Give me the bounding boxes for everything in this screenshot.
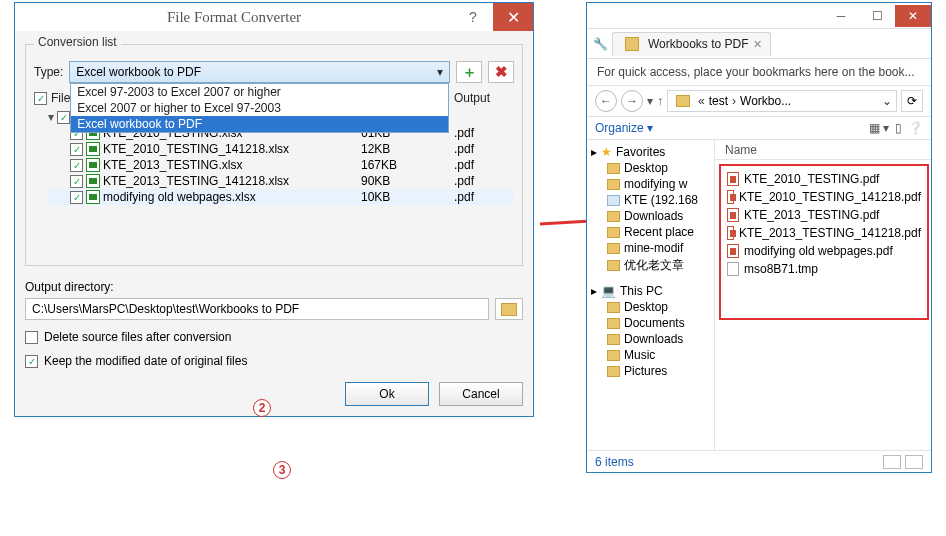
view-icon[interactable]: ▦ ▾ xyxy=(869,121,889,135)
nav-item[interactable]: Desktop xyxy=(589,160,712,176)
file-size: 167KB xyxy=(361,158,451,172)
keep-date-checkbox[interactable] xyxy=(25,355,38,368)
help-icon[interactable]: ❔ xyxy=(908,121,923,135)
organize-menu[interactable]: Organize ▾ xyxy=(595,121,653,135)
folder-icon xyxy=(607,211,620,222)
dropdown-option[interactable]: Excel 97-2003 to Excel 2007 or higher xyxy=(71,84,448,100)
nav-item[interactable]: Downloads xyxy=(589,208,712,224)
file-item[interactable]: KTE_2013_TESTING.pdf xyxy=(727,206,921,224)
nav-item[interactable]: mine-modif xyxy=(589,240,712,256)
path-seg[interactable]: test xyxy=(709,94,728,108)
remove-button[interactable]: ✖ xyxy=(488,61,514,83)
type-combo[interactable]: Excel workbook to PDF ▾ Excel 97-2003 to… xyxy=(69,61,450,83)
details-view-icon[interactable] xyxy=(883,455,901,469)
wrench-icon[interactable]: 🔧 xyxy=(593,37,608,51)
add-button[interactable]: ＋ xyxy=(456,61,482,83)
tree-file-row[interactable]: KTE_2013_TESTING.xlsx 167KB .pdf xyxy=(48,157,514,173)
file-item[interactable]: mso8B71.tmp xyxy=(727,260,921,278)
refresh-button[interactable]: ⟳ xyxy=(901,90,923,112)
excel-icon xyxy=(86,142,100,156)
help-button[interactable]: ? xyxy=(453,3,493,31)
chevron-down-icon[interactable]: ⌄ xyxy=(882,94,892,108)
folder-icon xyxy=(607,366,620,377)
maximize-button[interactable]: ☐ xyxy=(859,5,895,27)
dropdown-option[interactable]: Excel 2007 or higher to Excel 97-2003 xyxy=(71,100,448,116)
back-button[interactable]: ← xyxy=(595,90,617,112)
cancel-button[interactable]: Cancel xyxy=(439,382,523,406)
file-size: 12KB xyxy=(361,142,451,156)
folder-icon xyxy=(607,179,620,190)
file-icon xyxy=(727,262,739,276)
address-bar[interactable]: « test › Workbo... ⌄ xyxy=(667,90,897,112)
nav-item[interactable]: Documents xyxy=(589,315,712,331)
folder-icon xyxy=(607,318,620,329)
nav-item[interactable]: Desktop xyxy=(589,299,712,315)
callout-3: 3 xyxy=(273,461,291,479)
delete-source-label: Delete source files after conversion xyxy=(44,330,231,344)
browse-button[interactable] xyxy=(495,298,523,320)
tree-file-row[interactable]: KTE_2013_TESTING_141218.xlsx 90KB .pdf xyxy=(48,173,514,189)
nav-pane: ▸★Favorites Desktop modifying w KTE (192… xyxy=(587,140,715,450)
nav-item[interactable]: Downloads xyxy=(589,331,712,347)
ok-button[interactable]: Ok xyxy=(345,382,429,406)
tab-title: Workbooks to PDF xyxy=(648,37,748,51)
file-item[interactable]: KTE_2010_TESTING.pdf xyxy=(727,170,921,188)
file-size: 10KB xyxy=(361,190,451,204)
star-icon: ★ xyxy=(601,145,612,159)
up-button[interactable]: ↑ xyxy=(657,94,663,108)
output-dir-input[interactable]: C:\Users\MarsPC\Desktop\test\Workbooks t… xyxy=(25,298,489,320)
this-pc-header[interactable]: ▸💻This PC xyxy=(589,283,712,299)
tab[interactable]: Workbooks to PDF ✕ xyxy=(612,32,771,56)
output-dir-label: Output directory: xyxy=(25,280,523,294)
file-item[interactable]: modifying old webpages.pdf xyxy=(727,242,921,260)
tree-file-row[interactable]: modifying old webpages.xlsx 10KB .pdf xyxy=(48,189,514,205)
dropdown-option-selected[interactable]: Excel workbook to PDF xyxy=(71,116,448,132)
tab-close-icon[interactable]: ✕ xyxy=(753,38,762,51)
path-seg[interactable]: Workbo... xyxy=(740,94,791,108)
folder-icon xyxy=(625,37,639,51)
file-name: KTE_2010_TESTING_141218.xlsx xyxy=(103,142,358,156)
delete-source-checkbox[interactable] xyxy=(25,331,38,344)
status-bar: 6 items xyxy=(587,450,931,472)
conversion-list-legend: Conversion list xyxy=(34,35,121,49)
file-checkbox[interactable] xyxy=(70,143,83,156)
folder-icon xyxy=(607,302,620,313)
file-pane: Name KTE_2010_TESTING.pdf KTE_2010_TESTI… xyxy=(715,140,931,450)
file-ext: .pdf xyxy=(454,142,514,156)
nav-item[interactable]: modifying w xyxy=(589,176,712,192)
file-checkbox[interactable] xyxy=(70,191,83,204)
tree-file-row[interactable]: KTE_2010_TESTING_141218.xlsx 12KB .pdf xyxy=(48,141,514,157)
close-button[interactable]: ✕ xyxy=(493,3,533,31)
tab-bar: 🔧 Workbooks to PDF ✕ xyxy=(587,29,931,59)
up-icon[interactable]: ▾ xyxy=(647,94,653,108)
item-count: 6 items xyxy=(595,455,634,469)
file-item[interactable]: KTE_2010_TESTING_141218.pdf xyxy=(727,188,921,206)
folder-icon xyxy=(607,260,620,271)
folder-icon xyxy=(607,243,620,254)
icons-view-icon[interactable] xyxy=(905,455,923,469)
file-checkbox[interactable] xyxy=(70,175,83,188)
nav-item[interactable]: Recent place xyxy=(589,224,712,240)
type-combo-value: Excel workbook to PDF xyxy=(76,65,201,79)
nav-toolbar: ← → ▾ ↑ « test › Workbo... ⌄ ⟳ xyxy=(587,86,931,117)
nav-item[interactable]: Pictures xyxy=(589,363,712,379)
collapse-icon: ▸ xyxy=(591,284,597,298)
header-checkbox[interactable] xyxy=(34,92,47,105)
folder-icon xyxy=(607,334,620,345)
explorer-titlebar: ─ ☐ ✕ xyxy=(587,3,931,29)
minimize-button[interactable]: ─ xyxy=(823,5,859,27)
close-button[interactable]: ✕ xyxy=(895,5,931,27)
nav-item[interactable]: KTE (192.168 xyxy=(589,192,712,208)
column-header-name[interactable]: Name xyxy=(715,140,931,160)
nav-item[interactable]: Music xyxy=(589,347,712,363)
file-checkbox[interactable] xyxy=(70,159,83,172)
folder-checkbox[interactable] xyxy=(57,111,70,124)
file-item[interactable]: KTE_2013_TESTING_141218.pdf xyxy=(727,224,921,242)
nav-item[interactable]: 优化老文章 xyxy=(589,256,712,275)
preview-pane-icon[interactable]: ▯ xyxy=(895,121,902,135)
favorites-header[interactable]: ▸★Favorites xyxy=(589,144,712,160)
conversion-list-group: Conversion list Type: Excel workbook to … xyxy=(25,37,523,266)
forward-button[interactable]: → xyxy=(621,90,643,112)
folder-open-icon xyxy=(501,303,517,316)
pdf-icon xyxy=(727,208,739,222)
